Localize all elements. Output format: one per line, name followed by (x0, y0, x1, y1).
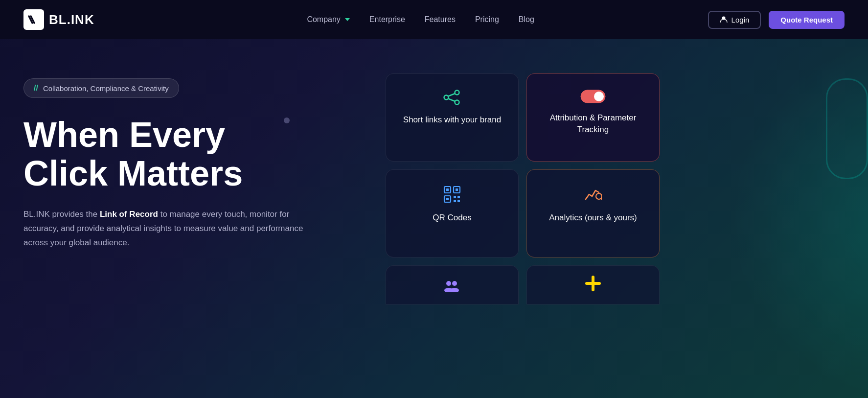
svg-rect-25 (585, 282, 601, 285)
svg-point-21 (452, 281, 457, 286)
svg-rect-9 (446, 188, 449, 191)
svg-rect-13 (446, 198, 449, 200)
svg-rect-14 (454, 196, 456, 198)
qr-codes-label: QR Codes (433, 212, 471, 224)
analytics-label: Analytics (ours & yours) (549, 212, 637, 224)
feature-cards-grid: Short links with your brand Attribution … (386, 69, 660, 304)
short-links-label: Short links with your brand (403, 114, 501, 126)
nav-pricing[interactable]: Pricing (475, 15, 499, 24)
login-button[interactable]: Login (708, 11, 761, 29)
feature-card-team-partial[interactable] (386, 265, 519, 304)
nav-enterprise[interactable]: Enterprise (369, 15, 405, 24)
logo[interactable]: BL.INK (23, 9, 94, 30)
attribution-label: Attribution & Parameter Tracking (539, 112, 647, 136)
nav-right: Login Quote Request (708, 11, 845, 29)
svg-line-4 (448, 94, 455, 96)
navbar: BL.INK Company Enterprise Features Prici… (0, 0, 868, 39)
nav-links: Company Enterprise Features Pricing Blog (134, 15, 708, 24)
team-icon (443, 279, 461, 292)
qr-icon (443, 186, 461, 203)
svg-point-7 (594, 92, 604, 101)
hero-title: When Every Click Matters (23, 116, 356, 193)
svg-rect-17 (457, 200, 460, 202)
person-icon (720, 16, 728, 23)
quote-request-button[interactable]: Quote Request (769, 11, 845, 29)
nav-blog[interactable]: Blog (519, 15, 534, 24)
logo-icon (23, 9, 44, 30)
analytics-icon (584, 186, 602, 203)
nav-company[interactable]: Company (307, 15, 349, 24)
company-dropdown-arrow (345, 18, 350, 21)
integrations-icon (584, 275, 602, 292)
svg-point-20 (446, 281, 451, 286)
hero-section: // Collaboration, Compliance & Creativit… (0, 39, 868, 398)
svg-rect-16 (454, 200, 456, 202)
feature-card-qr-codes[interactable]: QR Codes (386, 169, 519, 258)
svg-rect-11 (456, 188, 458, 191)
share-icon (443, 90, 461, 105)
feature-card-integrations-partial[interactable] (526, 265, 660, 304)
dot-decoration (284, 117, 290, 123)
hero-left: // Collaboration, Compliance & Creativit… (23, 69, 356, 250)
svg-point-1 (455, 91, 459, 95)
toggle-icon (580, 90, 606, 103)
nav-features[interactable]: Features (425, 15, 456, 24)
logo-text: BL.INK (49, 12, 94, 27)
badge-slash: // (34, 84, 38, 93)
feature-card-short-links[interactable]: Short links with your brand (386, 73, 519, 162)
feature-card-attribution[interactable]: Attribution & Parameter Tracking (526, 73, 660, 162)
svg-rect-15 (457, 196, 460, 198)
hero-description: BL.INK provides the Link of Record to ma… (23, 208, 307, 250)
svg-point-3 (444, 95, 449, 100)
svg-point-2 (455, 100, 459, 105)
badge-text: Collaboration, Compliance & Creativity (43, 84, 169, 93)
hero-badge: // Collaboration, Compliance & Creativit… (23, 78, 179, 98)
feature-card-analytics[interactable]: Analytics (ours & yours) (526, 169, 660, 258)
svg-line-5 (448, 99, 455, 102)
svg-line-19 (601, 199, 602, 201)
